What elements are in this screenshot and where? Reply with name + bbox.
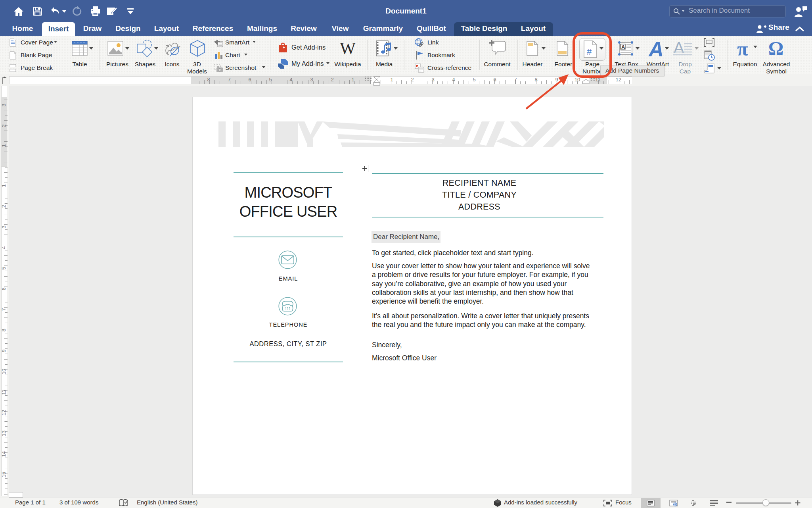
svg-text:A: A <box>621 44 625 50</box>
